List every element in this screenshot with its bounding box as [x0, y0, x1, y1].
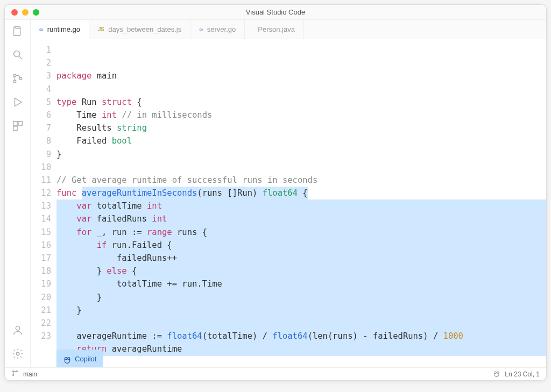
- svg-point-12: [65, 358, 67, 360]
- line-number: 9: [31, 148, 51, 161]
- svg-point-15: [12, 374, 13, 375]
- code-line[interactable]: }: [56, 148, 546, 161]
- svg-rect-7: [13, 122, 17, 125]
- code-line[interactable]: if run.Failed {: [56, 239, 546, 252]
- code-line[interactable]: failedRuns++: [56, 252, 546, 265]
- file-lang-icon: JS: [98, 26, 104, 32]
- code-line[interactable]: Failed bool: [56, 134, 546, 147]
- file-lang-icon: ∞: [39, 26, 43, 32]
- code-line[interactable]: } else {: [56, 265, 546, 277]
- line-number: 15: [31, 226, 51, 239]
- line-number: 4: [31, 83, 51, 96]
- search-icon[interactable]: [12, 49, 24, 63]
- line-number: 12: [31, 187, 51, 199]
- copilot-status-icon[interactable]: [493, 369, 500, 379]
- svg-point-3: [13, 74, 16, 77]
- explorer-icon[interactable]: [12, 25, 24, 39]
- line-number: 10: [31, 161, 51, 174]
- code-line[interactable]: var failedRuns int: [56, 212, 546, 225]
- status-bar: main Ln 23 Col, 1: [5, 367, 546, 380]
- tab-Person-java[interactable]: Person.java: [245, 20, 304, 39]
- svg-point-17: [495, 372, 497, 374]
- code-line[interactable]: Results string: [56, 122, 546, 134]
- svg-rect-9: [13, 126, 17, 130]
- line-number: 17: [31, 252, 51, 265]
- tab-days_between_dates-js[interactable]: JSdays_between_dates.js: [89, 20, 190, 39]
- code-line[interactable]: // Get average runtime of successful run…: [56, 174, 546, 187]
- code-line[interactable]: package main: [56, 69, 546, 82]
- tab-runtime-go[interactable]: ∞runtime.go: [31, 20, 89, 39]
- code-line[interactable]: }: [56, 356, 546, 367]
- code-line[interactable]: return averageRuntime: [56, 343, 546, 355]
- branch-icon[interactable]: [11, 369, 19, 379]
- branch-name[interactable]: main: [23, 370, 37, 378]
- svg-point-11: [16, 352, 19, 355]
- line-number: 11: [31, 174, 51, 187]
- svg-point-4: [13, 80, 16, 83]
- code-line[interactable]: averageRuntime := float64(totalTime) / f…: [56, 330, 546, 343]
- tab-label: Person.java: [258, 25, 295, 33]
- svg-point-1: [13, 51, 19, 57]
- line-number: 5: [31, 96, 51, 109]
- accounts-icon[interactable]: [12, 324, 24, 338]
- code-line[interactable]: }: [56, 304, 546, 317]
- line-number: 19: [31, 277, 51, 290]
- cursor-position[interactable]: Ln 23 Col, 1: [505, 370, 540, 378]
- app-window: Visual Studio Code: [4, 4, 547, 381]
- editor[interactable]: 1234567891011121314151617181920212223 pa…: [31, 39, 546, 367]
- tab-label: days_between_dates.js: [108, 25, 181, 33]
- code-line[interactable]: var totalTime int: [56, 199, 546, 212]
- tab-server-go[interactable]: ∞server.go: [190, 20, 245, 39]
- line-number: 22: [31, 317, 51, 330]
- code-line[interactable]: type Run struct {: [56, 96, 546, 109]
- source-control-icon[interactable]: [12, 73, 24, 87]
- svg-point-10: [16, 326, 19, 330]
- close-window-button[interactable]: [11, 9, 18, 16]
- editor-tabs: ∞runtime.goJSdays_between_dates.js∞serve…: [31, 20, 546, 39]
- tab-label: runtime.go: [47, 25, 80, 33]
- window-controls: [5, 9, 39, 16]
- run-debug-icon[interactable]: [12, 96, 24, 110]
- line-number: 21: [31, 304, 51, 317]
- maximize-window-button[interactable]: [33, 9, 39, 16]
- svg-point-18: [497, 372, 499, 374]
- code-line[interactable]: [56, 161, 546, 174]
- activity-bar: [5, 20, 31, 367]
- line-number: 7: [31, 122, 51, 134]
- line-number: 20: [31, 291, 51, 304]
- code-line[interactable]: func averageRuntimeInSeconds(runs []Run)…: [56, 187, 546, 199]
- line-number: 13: [31, 199, 51, 212]
- extensions-icon[interactable]: [12, 120, 24, 134]
- tab-label: server.go: [207, 25, 236, 33]
- titlebar: Visual Studio Code: [5, 5, 546, 20]
- line-number: 1: [31, 44, 51, 56]
- line-number: 6: [31, 109, 51, 122]
- line-number-gutter: 1234567891011121314151617181920212223: [31, 44, 56, 367]
- line-number: 3: [31, 69, 51, 82]
- line-number: 23: [31, 330, 51, 343]
- line-number: 14: [31, 212, 51, 225]
- copilot-label: Copilot: [75, 353, 96, 366]
- svg-line-2: [19, 56, 22, 60]
- app-title: Visual Studio Code: [5, 8, 546, 16]
- code-line[interactable]: }: [56, 291, 546, 304]
- svg-point-5: [19, 77, 22, 80]
- svg-rect-0: [13, 27, 20, 36]
- svg-marker-6: [15, 98, 22, 106]
- line-number: 16: [31, 239, 51, 252]
- code-line[interactable]: for _, run := range runs {: [56, 226, 546, 239]
- line-number: 8: [31, 134, 51, 147]
- code-area[interactable]: package main type Run struct { Time int …: [56, 44, 546, 367]
- code-line[interactable]: [56, 317, 546, 330]
- minimize-window-button[interactable]: [22, 9, 29, 16]
- settings-gear-icon[interactable]: [12, 348, 24, 362]
- code-line[interactable]: Time int // in milliseconds: [56, 109, 546, 122]
- line-number: 2: [31, 56, 51, 69]
- svg-point-16: [16, 370, 17, 372]
- svg-rect-8: [18, 122, 22, 125]
- copilot-suggestion-badge[interactable]: Copilot: [56, 350, 103, 367]
- line-number: 18: [31, 265, 51, 277]
- code-line[interactable]: totalTime += run.Time: [56, 277, 546, 290]
- file-lang-icon: ∞: [199, 26, 203, 32]
- code-line[interactable]: [56, 83, 546, 96]
